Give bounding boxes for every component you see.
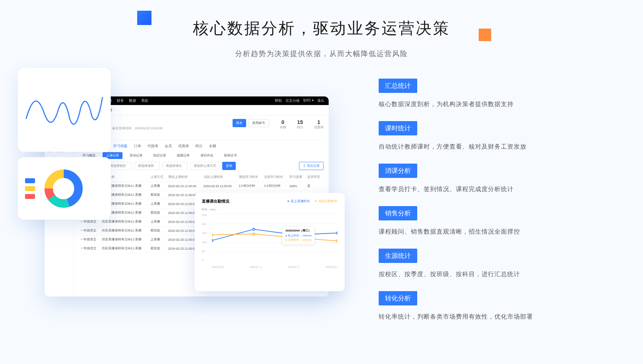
- hero-subtitle: 分析趋势为决策提供依据，从而大幅降低运营风险: [0, 49, 643, 59]
- feature-desc: 查看学员打卡、签到情况、课程完成度分析统计: [379, 185, 622, 193]
- topnav-item[interactable]: 财务: [117, 98, 124, 103]
- tab-item[interactable]: 积分: [195, 144, 203, 149]
- feature-tag: 销售分析: [379, 206, 417, 220]
- hero: 核心数据分析，驱动业务运营决策 分析趋势为决策提供依据，从而大幅降低运营风险: [0, 0, 643, 59]
- record-pills: 学习概况上课记录异动记录协议记录做题记录课后作业获得证书: [79, 152, 324, 159]
- svg-point-8: [212, 234, 213, 236]
- table-header: 实际学习时长: [263, 173, 288, 182]
- feature-tag: 转化分析: [379, 291, 417, 305]
- features-list: 汇总统计核心数据深度剖析，为机构决策者提供数据支持课时统计自动统计教师课时，方便…: [379, 79, 622, 334]
- profile-tabs: 咨询记录报名学习档案订单代报考会员优惠券积分余额: [79, 140, 324, 152]
- feature-item: 消课分析查看学员打卡、签到情况、课程完成度分析统计: [379, 164, 622, 193]
- feature-tag: 生源统计: [379, 249, 417, 263]
- legend-item: 实际出勤时长: [315, 199, 338, 204]
- pill-item[interactable]: 异动记录: [126, 152, 146, 159]
- donut-icon: [44, 169, 83, 208]
- card-wave-chart: [18, 68, 111, 152]
- attendance-popup: 直播课出勤情况 应上直播时长实际出勤时长 时长（min） 25020015010…: [195, 193, 345, 291]
- tab-item[interactable]: 学习档案: [113, 144, 128, 149]
- search-button[interactable]: 查询: [222, 162, 236, 170]
- filter-row: 直播 请选择校区 请选择课程 请选择课次 请选择上课方式 查询 ↥ 导出记录: [79, 162, 324, 170]
- table-header: 上课方式: [149, 173, 167, 182]
- filter-course[interactable]: 请选择课程: [135, 162, 160, 170]
- svg-point-4: [212, 239, 213, 241]
- tab-item[interactable]: 会员: [165, 144, 172, 149]
- pill-item[interactable]: 获得证书: [220, 152, 240, 159]
- stat-item: 1优惠券: [314, 119, 324, 130]
- filter-lesson[interactable]: 请选择课次: [163, 162, 188, 170]
- stat-item: 0余额: [280, 119, 286, 130]
- svg-point-5: [253, 228, 255, 230]
- table-header: 学习进度: [288, 173, 306, 182]
- topright-item[interactable]: 退出: [317, 98, 324, 103]
- feature-tag: 消课分析: [379, 164, 417, 178]
- feature-item: 课时统计自动统计教师课时，方便查看、核对及财务工资发放: [379, 121, 622, 151]
- table-header: 预设上课时间: [167, 173, 202, 182]
- table-header: 是否学完: [306, 173, 324, 182]
- topright-item[interactable]: 帮助: [275, 98, 282, 103]
- profile-header: 仝卿致 用户名：Ian.Dawson • 最后登录时间：2020/01/02 1…: [79, 119, 324, 140]
- deco-orange-square: [479, 29, 491, 41]
- feature-tag: 汇总统计: [379, 79, 417, 93]
- table-header: 预设学习时长: [238, 173, 263, 182]
- export-button[interactable]: ↥ 导出记录: [299, 162, 324, 170]
- signup-button[interactable]: 报名: [233, 119, 246, 127]
- tab-item[interactable]: 余额: [209, 144, 216, 149]
- deco-blue-square: [137, 11, 151, 25]
- tab-item[interactable]: 代报考: [148, 144, 158, 149]
- feature-desc: 课程顾问、销售数据直观清晰，招生情况全面撑控: [379, 228, 622, 236]
- feature-desc: 自动统计教师课时，方便查看、核对及财务工资发放: [379, 143, 622, 151]
- svg-point-7: [337, 232, 338, 234]
- attendance-chart: 250200150100500 2020/03/04（周三） ● 应上时长：14…: [202, 214, 338, 269]
- filter-mode[interactable]: 请选择上课方式: [190, 162, 219, 170]
- hero-title: 核心数据分析，驱动业务运营决策: [0, 18, 643, 39]
- feature-desc: 核心数据深度剖析，为机构决策者提供数据支持: [379, 100, 622, 108]
- y-axis-label: 时长（min）: [202, 208, 338, 211]
- feature-item: 生源统计按校区、按季度、按班级、按科目，进行汇总统计: [379, 249, 622, 278]
- pill-item[interactable]: 做题记录: [173, 152, 193, 159]
- topnav-item[interactable]: 系统: [141, 98, 148, 103]
- chart-tooltip: 2020/03/04（周三） ● 应上时长：146min ● 出勤时长：125m…: [282, 226, 315, 245]
- feature-item: 转化分析转化率统计，判断各类市场费用有效性，优化市场部署: [379, 291, 622, 321]
- wave-icon: [24, 74, 104, 145]
- topright-item[interactable]: ljn01 ▾: [303, 98, 314, 103]
- table-header: 实际上课时间: [202, 173, 238, 182]
- legend-item: 应上直播时长: [287, 199, 310, 204]
- topright-item[interactable]: 北京分校: [285, 98, 300, 103]
- feature-item: 汇总统计核心数据深度剖析，为机构决策者提供数据支持: [379, 79, 622, 108]
- feature-item: 销售分析课程顾问、销售数据直观清晰，招生情况全面撑控: [379, 206, 622, 236]
- svg-point-9: [253, 233, 255, 235]
- tab-item[interactable]: 订单: [134, 144, 141, 149]
- topnav-item[interactable]: 数据: [129, 98, 136, 103]
- pill-item[interactable]: 协议记录: [150, 152, 170, 159]
- stat-item: 15积分: [297, 119, 303, 130]
- svg-point-11: [337, 240, 338, 242]
- table-row[interactable]: 一年级语文供应直播课程单元kk11-直播上直播2019-02-23 11:00:…: [79, 182, 324, 191]
- disable-account-button[interactable]: 禁用账号: [248, 119, 269, 127]
- popup-title: 直播课出勤情况: [202, 199, 229, 204]
- feature-desc: 转化率统计，判断各类市场费用有效性，优化市场部署: [379, 313, 622, 321]
- pill-item[interactable]: 课后作业: [197, 152, 217, 159]
- tab-item[interactable]: 优惠券: [178, 144, 189, 149]
- donut-legend: [25, 175, 35, 202]
- feature-tag: 课时统计: [379, 121, 417, 135]
- feature-desc: 按校区、按季度、按班级、按科目，进行汇总统计: [379, 270, 622, 278]
- card-donut-chart: [18, 157, 111, 220]
